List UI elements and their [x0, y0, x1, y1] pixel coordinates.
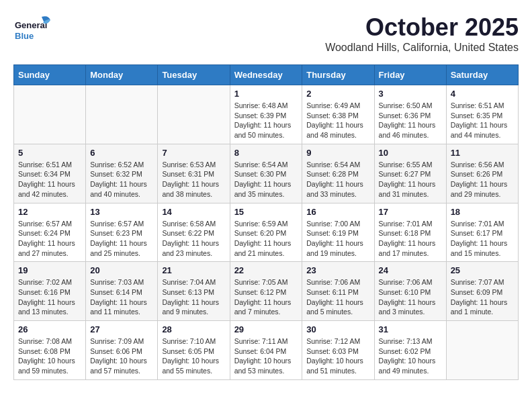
day-info: Sunrise: 7:06 AMSunset: 6:10 PMDaylight:… — [379, 277, 442, 317]
day-info: Sunrise: 6:51 AMSunset: 6:35 PMDaylight:… — [451, 101, 514, 140]
day-info: Sunrise: 7:07 AMSunset: 6:09 PMDaylight:… — [451, 277, 514, 317]
calendar-cell: 22Sunrise: 7:05 AMSunset: 6:12 PMDayligh… — [230, 262, 302, 321]
day-info: Sunrise: 6:57 AMSunset: 6:23 PMDaylight:… — [90, 219, 153, 259]
day-number: 22 — [234, 265, 298, 275]
day-number: 1 — [234, 89, 298, 99]
weekday-header-friday: Friday — [374, 65, 446, 85]
calendar-cell: 21Sunrise: 7:04 AMSunset: 6:13 PMDayligh… — [158, 262, 230, 321]
day-info: Sunrise: 7:01 AMSunset: 6:18 PMDaylight:… — [379, 219, 442, 259]
weekday-header-row: SundayMondayTuesdayWednesdayThursdayFrid… — [14, 65, 519, 85]
day-number: 9 — [306, 148, 369, 158]
day-info: Sunrise: 7:06 AMSunset: 6:11 PMDaylight:… — [306, 277, 369, 317]
day-number: 26 — [18, 324, 81, 334]
day-info: Sunrise: 6:55 AMSunset: 6:27 PMDaylight:… — [379, 160, 442, 199]
day-info: Sunrise: 7:13 AMSunset: 6:02 PMDaylight:… — [379, 336, 442, 376]
day-info: Sunrise: 6:54 AMSunset: 6:28 PMDaylight:… — [306, 160, 369, 199]
day-info: Sunrise: 7:04 AMSunset: 6:13 PMDaylight:… — [162, 277, 225, 317]
page-header: General Blue October 2025 Woodland Hills… — [13, 13, 519, 54]
weekday-header-thursday: Thursday — [302, 65, 374, 85]
day-number: 10 — [379, 148, 442, 158]
calendar-week-3: 12Sunrise: 6:57 AMSunset: 6:24 PMDayligh… — [14, 203, 519, 262]
svg-text:General: General — [15, 20, 47, 30]
day-info: Sunrise: 7:09 AMSunset: 6:06 PMDaylight:… — [90, 336, 153, 376]
calendar-cell: 29Sunrise: 7:11 AMSunset: 6:04 PMDayligh… — [230, 321, 302, 380]
calendar-cell: 27Sunrise: 7:09 AMSunset: 6:06 PMDayligh… — [86, 321, 158, 380]
day-info: Sunrise: 7:11 AMSunset: 6:04 PMDaylight:… — [234, 336, 298, 376]
day-number: 24 — [379, 265, 442, 275]
day-info: Sunrise: 7:03 AMSunset: 6:14 PMDaylight:… — [90, 277, 153, 317]
calendar-cell: 17Sunrise: 7:01 AMSunset: 6:18 PMDayligh… — [374, 203, 446, 262]
weekday-header-sunday: Sunday — [14, 65, 86, 85]
day-number: 4 — [451, 89, 514, 99]
calendar-week-1: 1Sunrise: 6:48 AMSunset: 6:39 PMDaylight… — [14, 85, 519, 144]
day-info: Sunrise: 6:50 AMSunset: 6:36 PMDaylight:… — [379, 101, 442, 140]
calendar-cell: 1Sunrise: 6:48 AMSunset: 6:39 PMDaylight… — [230, 85, 302, 144]
day-number: 2 — [306, 89, 369, 99]
day-number: 21 — [162, 265, 225, 275]
calendar-cell: 31Sunrise: 7:13 AMSunset: 6:02 PMDayligh… — [374, 321, 446, 380]
calendar-cell: 7Sunrise: 6:53 AMSunset: 6:31 PMDaylight… — [158, 144, 230, 203]
day-info: Sunrise: 6:57 AMSunset: 6:24 PMDaylight:… — [18, 219, 81, 259]
calendar-cell: 8Sunrise: 6:54 AMSunset: 6:30 PMDaylight… — [230, 144, 302, 203]
calendar-cell: 24Sunrise: 7:06 AMSunset: 6:10 PMDayligh… — [374, 262, 446, 321]
calendar-table: SundayMondayTuesdayWednesdayThursdayFrid… — [13, 64, 519, 380]
svg-text:Blue: Blue — [15, 31, 34, 41]
day-number: 15 — [234, 207, 298, 217]
day-number: 13 — [90, 207, 153, 217]
calendar-cell: 5Sunrise: 6:51 AMSunset: 6:34 PMDaylight… — [14, 144, 86, 203]
calendar-cell: 15Sunrise: 6:59 AMSunset: 6:20 PMDayligh… — [230, 203, 302, 262]
calendar-cell: 23Sunrise: 7:06 AMSunset: 6:11 PMDayligh… — [302, 262, 374, 321]
calendar-week-2: 5Sunrise: 6:51 AMSunset: 6:34 PMDaylight… — [14, 144, 519, 203]
calendar-cell: 3Sunrise: 6:50 AMSunset: 6:36 PMDaylight… — [374, 85, 446, 144]
day-number: 11 — [451, 148, 514, 158]
calendar-cell: 30Sunrise: 7:12 AMSunset: 6:03 PMDayligh… — [302, 321, 374, 380]
day-number: 29 — [234, 324, 298, 334]
day-number: 25 — [451, 265, 514, 275]
day-number: 19 — [18, 265, 81, 275]
calendar-cell: 28Sunrise: 7:10 AMSunset: 6:05 PMDayligh… — [158, 321, 230, 380]
day-number: 14 — [162, 207, 225, 217]
day-info: Sunrise: 6:53 AMSunset: 6:31 PMDaylight:… — [162, 160, 225, 199]
day-number: 18 — [451, 207, 514, 217]
location-subtitle: Woodland Hills, California, United State… — [325, 42, 519, 54]
day-info: Sunrise: 7:00 AMSunset: 6:19 PMDaylight:… — [306, 219, 369, 259]
weekday-header-monday: Monday — [86, 65, 158, 85]
calendar-cell: 9Sunrise: 6:54 AMSunset: 6:28 PMDaylight… — [302, 144, 374, 203]
day-number: 5 — [18, 148, 81, 158]
calendar-cell — [158, 85, 230, 144]
day-info: Sunrise: 6:58 AMSunset: 6:22 PMDaylight:… — [162, 219, 225, 259]
weekday-header-tuesday: Tuesday — [158, 65, 230, 85]
day-number: 23 — [306, 265, 369, 275]
day-info: Sunrise: 7:12 AMSunset: 6:03 PMDaylight:… — [306, 336, 369, 376]
day-number: 27 — [90, 324, 153, 334]
calendar-cell: 12Sunrise: 6:57 AMSunset: 6:24 PMDayligh… — [14, 203, 86, 262]
day-number: 12 — [18, 207, 81, 217]
logo-icon: General Blue — [13, 13, 54, 47]
day-number: 6 — [90, 148, 153, 158]
day-number: 30 — [306, 324, 369, 334]
calendar-cell — [86, 85, 158, 144]
calendar-cell: 20Sunrise: 7:03 AMSunset: 6:14 PMDayligh… — [86, 262, 158, 321]
weekday-header-saturday: Saturday — [446, 65, 518, 85]
day-info: Sunrise: 6:54 AMSunset: 6:30 PMDaylight:… — [234, 160, 298, 199]
calendar-week-4: 19Sunrise: 7:02 AMSunset: 6:16 PMDayligh… — [14, 262, 519, 321]
day-info: Sunrise: 7:01 AMSunset: 6:17 PMDaylight:… — [451, 219, 514, 259]
calendar-cell: 25Sunrise: 7:07 AMSunset: 6:09 PMDayligh… — [446, 262, 518, 321]
day-number: 20 — [90, 265, 153, 275]
calendar-cell: 2Sunrise: 6:49 AMSunset: 6:38 PMDaylight… — [302, 85, 374, 144]
day-info: Sunrise: 6:52 AMSunset: 6:32 PMDaylight:… — [90, 160, 153, 199]
title-block: October 2025 Woodland Hills, California,… — [325, 13, 519, 54]
calendar-cell: 26Sunrise: 7:08 AMSunset: 6:08 PMDayligh… — [14, 321, 86, 380]
day-info: Sunrise: 7:05 AMSunset: 6:12 PMDaylight:… — [234, 277, 298, 317]
day-number: 3 — [379, 89, 442, 99]
day-number: 8 — [234, 148, 298, 158]
day-info: Sunrise: 6:56 AMSunset: 6:26 PMDaylight:… — [451, 160, 514, 199]
day-number: 16 — [306, 207, 369, 217]
calendar-cell: 13Sunrise: 6:57 AMSunset: 6:23 PMDayligh… — [86, 203, 158, 262]
logo: General Blue — [13, 13, 54, 50]
day-info: Sunrise: 7:10 AMSunset: 6:05 PMDaylight:… — [162, 336, 225, 376]
day-info: Sunrise: 7:02 AMSunset: 6:16 PMDaylight:… — [18, 277, 81, 317]
day-info: Sunrise: 6:59 AMSunset: 6:20 PMDaylight:… — [234, 219, 298, 259]
day-number: 7 — [162, 148, 225, 158]
calendar-cell: 6Sunrise: 6:52 AMSunset: 6:32 PMDaylight… — [86, 144, 158, 203]
